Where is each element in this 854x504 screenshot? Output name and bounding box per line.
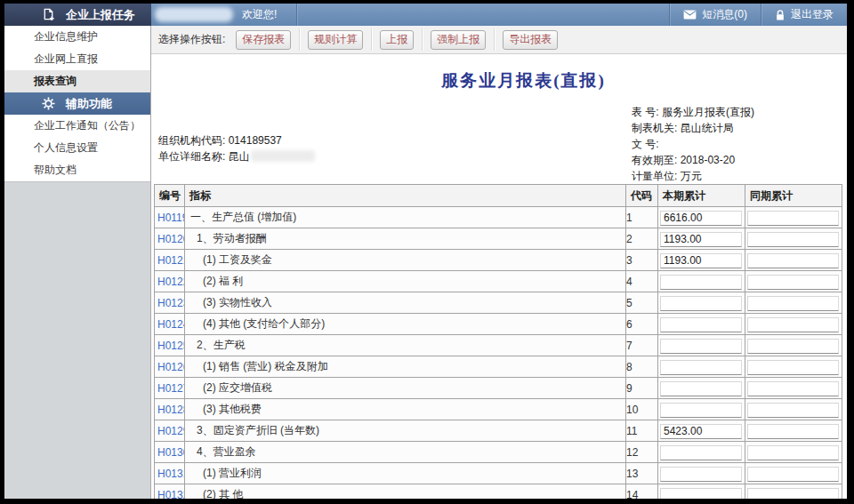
current-period-cell xyxy=(658,378,745,399)
toolbar-separator xyxy=(299,28,300,51)
prior-period-cell xyxy=(745,314,842,335)
current-period-cell xyxy=(658,420,745,442)
sidebar-item[interactable]: 个人信息设置 xyxy=(4,137,150,159)
current-period-cell xyxy=(658,335,745,356)
sidebar-item[interactable]: 企业信息维护 xyxy=(4,26,150,48)
prior-period-input[interactable] xyxy=(747,381,839,396)
meta-line: 计量单位: 万元 xyxy=(632,168,754,184)
prior-period-input[interactable] xyxy=(747,211,839,226)
prior-period-input[interactable] xyxy=(747,445,839,460)
table-row: H01293、固定资产折旧 (当年数)11 xyxy=(155,420,842,442)
row-id-cell: H0125 xyxy=(155,335,185,356)
prior-period-input[interactable] xyxy=(747,232,839,247)
save-report-button[interactable]: 保存报表 xyxy=(236,30,291,50)
code-cell: 11 xyxy=(626,420,658,442)
table-row: H0123(3) 实物性收入5 xyxy=(155,292,842,314)
sidebar-item[interactable]: 报表查询 xyxy=(4,70,150,92)
prior-period-input[interactable] xyxy=(747,424,839,439)
logout-link[interactable]: 退出登录 xyxy=(761,4,847,26)
meta-line: 制表机关: 昆山统计局 xyxy=(632,120,754,136)
sidebar-item[interactable]: 帮助文档 xyxy=(4,159,150,181)
column-header-indicator: 指标 xyxy=(185,185,626,207)
row-code-link[interactable]: H0132 xyxy=(155,489,185,500)
current-period-input[interactable] xyxy=(660,467,742,482)
row-code-link[interactable]: H0125 xyxy=(155,340,185,352)
toolbar-separator xyxy=(371,28,372,51)
current-period-input[interactable] xyxy=(660,403,742,418)
prior-period-input[interactable] xyxy=(747,360,839,375)
sidebar-section-auxiliary[interactable]: 辅助功能 xyxy=(4,92,150,115)
report-area: 服务业月报表(直报) 组织机构代码: 014189537 单位详细名称: 昆山 … xyxy=(151,54,847,499)
table-row: H0128(3) 其他税费10 xyxy=(155,399,842,420)
sidebar-item[interactable]: 企业工作通知（公告） xyxy=(4,115,150,137)
new-report-icon xyxy=(42,8,55,22)
current-period-input[interactable] xyxy=(660,253,742,268)
current-period-input[interactable] xyxy=(660,488,742,500)
prior-period-cell xyxy=(745,228,842,250)
row-code-link[interactable]: H0119 xyxy=(155,212,185,224)
prior-period-input[interactable] xyxy=(747,403,839,418)
messages-link[interactable]: 短消息(0) xyxy=(670,4,761,26)
prior-period-cell xyxy=(745,420,842,442)
envelope-icon xyxy=(683,10,697,20)
code-cell: 1 xyxy=(626,207,658,228)
toolbar: 选择操作按钮: 保存报表规则计算上报强制上报导出报表 xyxy=(151,26,847,54)
meta-value: 服务业月报表(直报) xyxy=(662,106,754,118)
row-code-link[interactable]: H0128 xyxy=(155,404,185,416)
code-cell: 7 xyxy=(626,335,658,356)
row-code-link[interactable]: H0129 xyxy=(155,425,185,437)
code-cell: 8 xyxy=(626,356,658,378)
org-code-value: 014189537 xyxy=(229,134,282,147)
current-period-input[interactable] xyxy=(660,275,742,290)
row-code-link[interactable]: H0130 xyxy=(155,446,185,459)
prior-period-input[interactable] xyxy=(747,317,839,332)
column-header-current: 本期累计 xyxy=(658,185,745,207)
indicator-cell: (2) 其 他 xyxy=(185,484,626,500)
prior-period-input[interactable] xyxy=(747,275,839,290)
prior-period-input[interactable] xyxy=(747,296,839,311)
row-code-link[interactable]: H0122 xyxy=(155,276,185,288)
row-code-link[interactable]: H0123 xyxy=(155,297,185,309)
row-code-link[interactable]: H0131 xyxy=(155,468,185,480)
prior-period-input[interactable] xyxy=(747,339,839,354)
current-period-input[interactable] xyxy=(660,424,742,439)
current-period-input[interactable] xyxy=(660,296,742,311)
current-period-input[interactable] xyxy=(660,339,742,354)
column-header-code: 代码 xyxy=(626,185,658,207)
prior-period-input[interactable] xyxy=(747,467,839,482)
meta-label: 表 号: xyxy=(632,106,659,118)
row-code-link[interactable]: H0121 xyxy=(155,254,185,267)
force-submit-button[interactable]: 强制上报 xyxy=(431,30,486,50)
current-period-input[interactable] xyxy=(660,445,742,460)
current-period-input[interactable] xyxy=(660,232,742,247)
sidebar-item[interactable]: 企业网上直报 xyxy=(4,48,150,70)
column-header-prior: 同期累计 xyxy=(745,185,842,207)
submit-button[interactable]: 上报 xyxy=(380,30,414,50)
prior-period-cell xyxy=(745,356,842,378)
prior-period-input[interactable] xyxy=(747,488,839,500)
code-cell: 2 xyxy=(626,228,658,250)
row-id-cell: H0129 xyxy=(155,420,185,442)
rule-calc-button[interactable]: 规则计算 xyxy=(308,30,363,50)
current-period-input[interactable] xyxy=(660,211,742,226)
export-report-button[interactable]: 导出报表 xyxy=(503,30,558,50)
current-period-input[interactable] xyxy=(660,381,742,396)
current-period-cell xyxy=(658,250,745,271)
meta-label: 计量单位: xyxy=(632,170,677,182)
toolbar-separator xyxy=(494,28,495,51)
meta-label: 文 号: xyxy=(632,138,659,150)
row-code-link[interactable]: H0126 xyxy=(155,361,185,373)
table-row: H0126(1) 销售 (营业) 税金及附加8 xyxy=(155,356,842,378)
current-period-input[interactable] xyxy=(660,317,742,332)
indicator-cell: 2、生产税 xyxy=(185,335,626,356)
prior-period-input[interactable] xyxy=(747,253,839,268)
row-code-link[interactable]: H0127 xyxy=(155,382,185,395)
sidebar-section-enterprise-tasks[interactable]: 企业上报任务 xyxy=(4,4,151,26)
row-id-cell: H0119 xyxy=(155,207,185,228)
unit-name-redacted xyxy=(251,150,315,162)
current-period-input[interactable] xyxy=(660,360,742,375)
row-code-link[interactable]: H0120 xyxy=(155,233,185,245)
indicator-cell: 4、营业盈余 xyxy=(185,442,626,463)
sidebar-filler xyxy=(4,181,150,499)
row-code-link[interactable]: H0124 xyxy=(155,318,185,331)
